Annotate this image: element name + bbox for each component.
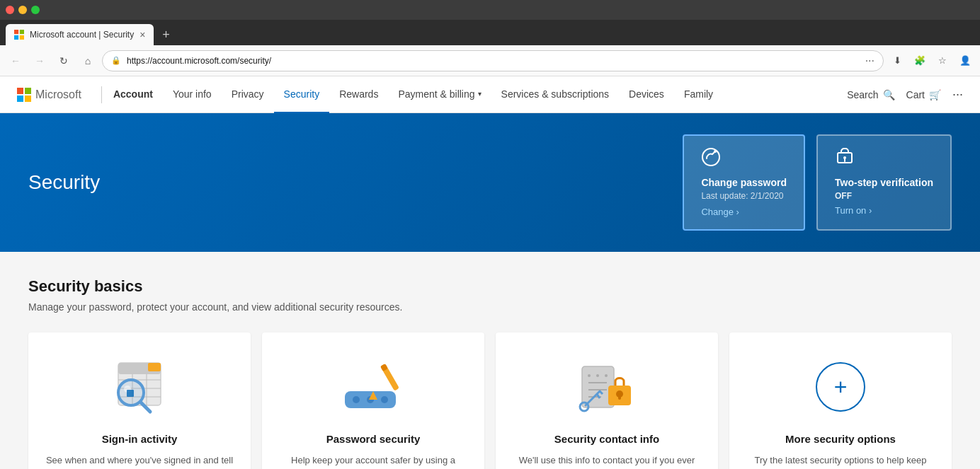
more-options-illustration: +: [805, 355, 876, 419]
twostep-card-title: Two-step verification: [835, 177, 933, 188]
active-tab[interactable]: Microsoft account | Security ×: [6, 24, 154, 45]
ms-header: Microsoft Account Your info Privacy Secu…: [0, 76, 980, 113]
header-more-btn[interactable]: ···: [952, 87, 963, 102]
more-options-card: + More security options Try the latest s…: [729, 332, 952, 469]
svg-rect-38: [618, 394, 621, 400]
contact-illustration: [571, 355, 642, 419]
signin-card-title: Sign-in activity: [102, 433, 178, 445]
ms-nav: Your info Privacy Security Rewards Payme…: [163, 76, 847, 113]
password-card-desc: Help keep your account safer by using a …: [279, 453, 467, 469]
lock-icon: 🔒: [111, 56, 121, 65]
svg-point-34: [596, 374, 599, 377]
main-content: Security basics Manage your password, pr…: [0, 252, 980, 469]
address-bar[interactable]: 🔒 https://account.microsoft.com/security…: [102, 50, 884, 71]
twostep-icon: [835, 147, 933, 171]
password-card-link[interactable]: Change ›: [701, 207, 739, 217]
svg-point-35: [605, 374, 608, 377]
nav-devices[interactable]: Devices: [619, 76, 674, 113]
twostep-status: OFF: [835, 191, 933, 201]
signin-card-desc: See when and where you've signed in and …: [45, 453, 234, 469]
banner-cards: Change password Last update: 2/1/2020 Ch…: [683, 134, 952, 231]
password-card-title: Change password: [701, 177, 787, 188]
nav-security[interactable]: Security: [274, 76, 330, 113]
svg-rect-0: [14, 30, 18, 34]
ms-logo[interactable]: Microsoft: [17, 88, 81, 102]
home-btn[interactable]: ⌂: [78, 51, 98, 71]
twostep-card-link[interactable]: Turn on ›: [835, 205, 872, 216]
download-btn[interactable]: ⬇: [888, 52, 906, 70]
contact-card-desc: We'll use this info to contact you if yo…: [513, 453, 701, 469]
favorites-btn[interactable]: ☆: [933, 52, 952, 70]
signin-activity-card: Sign-in activity See when and where you'…: [28, 332, 251, 469]
tab-title: Microsoft account | Security: [30, 30, 134, 40]
nav-services[interactable]: Services & subscriptions: [491, 76, 620, 113]
svg-point-22: [353, 396, 360, 403]
cart-btn[interactable]: Cart 🛒: [906, 89, 941, 100]
refresh-btn[interactable]: ↻: [54, 51, 74, 71]
search-icon: 🔍: [883, 89, 895, 100]
plus-circle-icon: +: [816, 362, 865, 412]
nav-rewards[interactable]: Rewards: [329, 76, 388, 113]
tab-bar: Microsoft account | Security × +: [0, 20, 980, 45]
cart-label: Cart: [906, 89, 925, 100]
url-text: https://account.microsoft.com/security/: [127, 56, 860, 66]
new-tab-btn[interactable]: +: [155, 24, 177, 45]
header-divider: [101, 86, 102, 103]
ms-favicon: [14, 30, 24, 40]
section-title: Security basics: [28, 277, 952, 296]
svg-rect-2: [14, 35, 18, 40]
contact-card-title: Security contact info: [554, 433, 659, 445]
extensions-btn[interactable]: 🧩: [911, 52, 929, 70]
svg-point-4: [702, 149, 719, 166]
search-label: Search: [847, 89, 878, 100]
more-options-card-title: More security options: [785, 433, 896, 445]
browser-actions: ⬇ 🧩 ☆ 👤: [888, 52, 974, 70]
cart-icon: 🛒: [929, 89, 941, 100]
twostep-card[interactable]: Two-step verification OFF Turn on ›: [816, 134, 952, 231]
svg-rect-15: [148, 363, 161, 371]
back-btn[interactable]: ←: [6, 51, 25, 71]
nav-your-info[interactable]: Your info: [163, 76, 222, 113]
svg-rect-1: [20, 30, 24, 34]
forward-btn[interactable]: →: [30, 51, 50, 71]
account-label[interactable]: Account: [113, 76, 163, 113]
browser-chrome: [0, 0, 980, 20]
nav-family[interactable]: Family: [674, 76, 723, 113]
password-illustration: [338, 355, 409, 419]
more-options-card-desc: Try the latest security options to help …: [746, 453, 935, 469]
svg-rect-20: [127, 390, 134, 397]
header-right: Search 🔍 Cart 🛒 ···: [847, 87, 963, 102]
password-icon: [701, 147, 787, 171]
nav-privacy[interactable]: Privacy: [222, 76, 274, 113]
svg-point-24: [381, 396, 388, 403]
ms-logo-grid: [17, 88, 31, 102]
cards-grid: Sign-in activity See when and where you'…: [28, 332, 952, 469]
address-bar-row: ← → ↻ ⌂ 🔒 https://account.microsoft.com/…: [0, 45, 980, 76]
svg-rect-3: [20, 35, 24, 40]
tab-close-btn[interactable]: ×: [139, 29, 145, 40]
password-card-title: Password security: [326, 433, 421, 445]
password-security-card: Password security Help keep your account…: [262, 332, 484, 469]
svg-point-5: [714, 150, 717, 153]
svg-point-33: [588, 374, 591, 377]
ms-logo-text: Microsoft: [35, 88, 81, 101]
security-banner: Security Change password Last update: 2/…: [0, 113, 980, 252]
banner-title: Security: [28, 171, 683, 194]
profile-btn[interactable]: 👤: [956, 52, 974, 70]
payment-chevron: ▾: [478, 90, 482, 98]
change-password-card[interactable]: Change password Last update: 2/1/2020 Ch…: [683, 134, 805, 231]
contact-info-card: Security contact info We'll use this inf…: [496, 332, 718, 469]
address-menu-btn[interactable]: ···: [865, 54, 874, 67]
password-card-subtitle: Last update: 2/1/2020: [701, 191, 787, 201]
nav-payment[interactable]: Payment & billing ▾: [388, 76, 491, 113]
search-btn[interactable]: Search 🔍: [847, 89, 894, 100]
section-subtitle: Manage your password, protect your accou…: [28, 301, 952, 313]
signin-illustration: [104, 355, 175, 419]
